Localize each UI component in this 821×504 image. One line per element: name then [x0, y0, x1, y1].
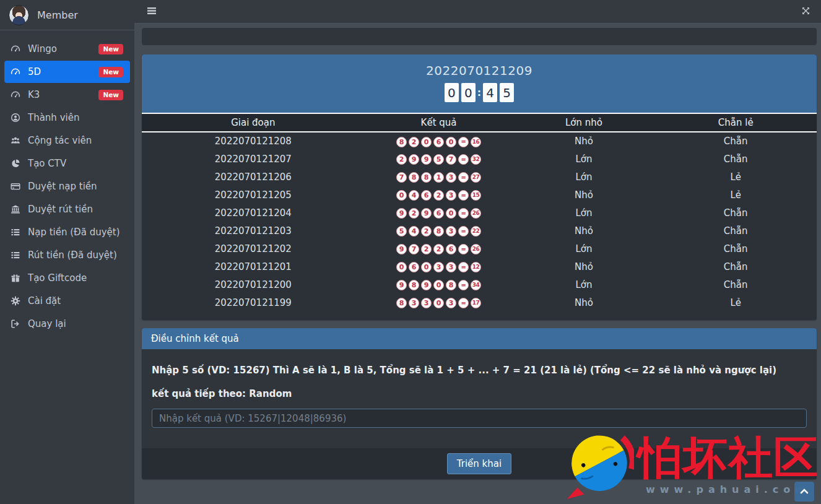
sidebar-item-duyet-nap-tien[interactable]: Duyệt nạp tiền	[4, 175, 130, 198]
sidebar-item-tao-ctv[interactable]: Tạo CTV	[4, 152, 130, 175]
table-row: 2022070121201 06033=12 Nhỏ Chẵn	[142, 258, 817, 276]
digit-ball: 9	[396, 244, 407, 254]
size-cell: Lớn	[513, 276, 654, 293]
countdown-colon: :	[477, 87, 481, 98]
hamburger-icon	[147, 6, 157, 17]
digit-ball: 2	[421, 226, 432, 237]
avatar[interactable]	[9, 5, 29, 25]
new-badge: New	[98, 90, 123, 100]
digit-ball: 7	[396, 172, 407, 183]
period-cell: 2022070121199	[142, 293, 365, 311]
table-row: 2022070121205 04623=15 Nhỏ Lẻ	[142, 186, 817, 204]
digit-ball: 9	[421, 280, 432, 290]
digit-ball: 3	[446, 262, 456, 272]
sidebar-item-cai-dat[interactable]: Cài đặt	[4, 290, 130, 312]
digit-ball: 6	[433, 208, 444, 219]
sidebar-item-cong-tac-vien[interactable]: Cộng tác viên	[4, 129, 130, 152]
content-placeholder-bar	[142, 28, 817, 45]
equals-ball: =	[458, 172, 469, 183]
sidebar-item-thanh-vien[interactable]: Thành viên	[4, 106, 130, 129]
column-header-parity: Chẵn lẻ	[654, 113, 817, 132]
watermark-url: www.pahuai.com	[646, 484, 810, 495]
sidebar-item-nap-tien-da-duyet[interactable]: Nạp tiền (Đã duyệt)	[4, 221, 130, 243]
digit-ball: 0	[433, 298, 444, 308]
table-row: 2022070121203 54283=22 Nhỏ Chẵn	[142, 222, 817, 240]
result-balls: 06033=12	[396, 262, 482, 272]
digit-ball: 2	[409, 208, 419, 219]
equals-ball: =	[458, 154, 469, 165]
new-badge: New	[98, 67, 123, 77]
digit-ball: 0	[421, 137, 432, 147]
sidebar-item-tao-giftcode[interactable]: Tạo Giftcode	[4, 267, 130, 289]
digit-ball: 9	[409, 154, 419, 165]
digit-ball: 8	[433, 226, 444, 237]
parity-cell: Chẵn	[654, 276, 817, 293]
parity-cell: Chẵn	[654, 222, 817, 240]
gear-icon	[10, 296, 21, 306]
digit-ball: 2	[433, 244, 444, 254]
result-cell: 97226=26	[365, 240, 513, 258]
fullscreen-button[interactable]	[799, 4, 813, 20]
content: 2022070121209 0 0 : 4 5 Giai đoạn Kết qu…	[134, 24, 821, 479]
size-cell: Lớn	[513, 168, 654, 186]
sidebar-item-duyet-rut-tien[interactable]: Duyệt rút tiền	[4, 198, 130, 220]
parity-cell: Chẵn	[654, 132, 817, 150]
column-header-size: Lớn nhỏ	[513, 113, 654, 132]
scroll-to-top-button[interactable]	[794, 482, 814, 502]
digit-ball: 3	[446, 298, 456, 308]
period-cell: 2022070121202	[142, 240, 365, 258]
results-card: 2022070121209 0 0 : 4 5 Giai đoạn Kết qu…	[142, 54, 817, 320]
current-period: 2022070121209	[142, 63, 817, 78]
sum-ball: 26	[471, 208, 481, 219]
equals-ball: =	[458, 280, 469, 290]
table-row: 2022070121200 98908=34 Lớn Chẵn	[142, 276, 817, 293]
equals-ball: =	[458, 244, 469, 254]
countdown-timer: 0 0 : 4 5	[142, 83, 817, 102]
results-table: Giai đoạn Kết quả Lớn nhỏ Chẵn lẻ 202207…	[142, 113, 817, 311]
result-balls: 83303=17	[396, 298, 482, 308]
result-balls: 29957=32	[396, 154, 482, 165]
sidebar-item-quay-lai[interactable]: Quay lại	[4, 313, 130, 335]
digit-ball: 4	[409, 226, 419, 237]
sidebar-item-k3[interactable]: K3 New	[4, 84, 130, 106]
digit-ball: 6	[409, 262, 419, 272]
sidebar-toggle-button[interactable]	[144, 4, 159, 20]
size-cell: Nhỏ	[513, 186, 654, 204]
size-cell: Nhỏ	[513, 258, 654, 276]
period-cell: 2022070121203	[142, 222, 365, 240]
digit-ball: 0	[433, 280, 444, 290]
digit-ball: 3	[433, 262, 444, 272]
result-balls: 98908=34	[396, 280, 482, 290]
column-header-period: Giai đoạn	[142, 113, 365, 132]
countdown-digit: 0	[461, 83, 476, 102]
countdown-digit: 5	[500, 83, 514, 102]
instruction-text: Nhập 5 số (VD: 15267) Thì A sẽ là 1, B l…	[152, 365, 807, 376]
sidebar-item-wingo[interactable]: Wingo New	[4, 38, 130, 60]
size-cell: Nhỏ	[513, 132, 654, 150]
countdown-digit: 4	[483, 83, 497, 102]
list-icon	[10, 227, 21, 237]
table-row: 2022070121208 82060=16 Nhỏ Chẵn	[142, 132, 817, 150]
result-input[interactable]	[152, 409, 807, 428]
period-cell: 2022070121200	[142, 276, 365, 293]
deploy-button[interactable]: Triển khai	[447, 453, 511, 474]
top-navbar	[134, 0, 821, 24]
period-cell: 2022070121201	[142, 258, 365, 276]
parity-cell: Chẵn	[654, 204, 817, 222]
parity-cell: Lẻ	[654, 186, 817, 204]
digit-ball: 9	[396, 208, 407, 219]
period-cell: 2022070121204	[142, 204, 365, 222]
next-result-text: kết quả tiếp theo: Random	[152, 388, 807, 399]
equals-ball: =	[458, 137, 469, 147]
digit-ball: 2	[409, 137, 419, 147]
sidebar: Member Wingo New 5D New K3 New	[0, 0, 134, 504]
digit-ball: 3	[446, 190, 456, 201]
period-cell: 2022070121207	[142, 150, 365, 168]
result-cell: 82060=16	[365, 132, 513, 150]
parity-cell: Lẻ	[654, 293, 817, 311]
sidebar-item-5d[interactable]: 5D New	[4, 61, 130, 83]
expand-arrows-icon	[801, 6, 810, 17]
digit-ball: 3	[446, 172, 456, 183]
sidebar-item-rut-tien-da-duyet[interactable]: Rút tiền (Đã duyệt)	[4, 244, 130, 266]
digit-ball: 5	[396, 226, 407, 237]
